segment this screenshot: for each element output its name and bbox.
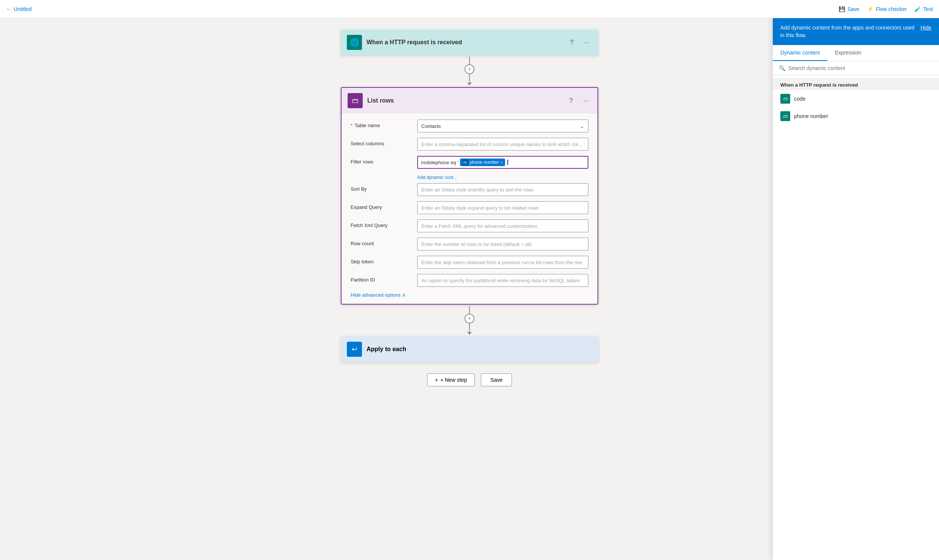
fetch-xml-input[interactable]: Enter a Fetch XML query for advanced cus… bbox=[417, 219, 588, 232]
http-step-header: 🌐 When a HTTP request is received ? ··· bbox=[341, 30, 598, 55]
panel-item-code-icon: 🗃 bbox=[780, 94, 790, 104]
code-item-icon: 🗃 bbox=[783, 96, 788, 101]
row-count-input[interactable]: Enter the number of rows to be listed (d… bbox=[417, 238, 588, 250]
page-title: Untitled bbox=[14, 6, 31, 12]
sort-by-label: Sort By bbox=[351, 183, 411, 192]
connector-line-2 bbox=[469, 306, 470, 314]
add-dynamic-content-link[interactable]: Add dynamic cont... bbox=[417, 175, 457, 180]
chevron-up-icon: ∧ bbox=[402, 292, 406, 298]
search-icon: 🔍 bbox=[779, 65, 785, 71]
http-step-title: When a HTTP request is received bbox=[367, 39, 562, 46]
apply-to-each-step: ↩ Apply to each bbox=[341, 336, 598, 362]
test-button[interactable]: 🧪 Test bbox=[914, 6, 933, 12]
checker-icon: ⚡ bbox=[867, 6, 873, 12]
panel-search-bar: 🔍 bbox=[773, 61, 939, 75]
expand-query-label: Expand Query bbox=[351, 201, 411, 210]
filter-prefix-text: mobilephone eq ' bbox=[421, 160, 459, 165]
globe-icon: 🌐 bbox=[350, 38, 359, 47]
text-cursor bbox=[507, 160, 508, 165]
apply-step-icon: ↩ bbox=[347, 342, 362, 357]
save-button[interactable]: 💾 Save bbox=[839, 6, 859, 12]
expand-query-input[interactable]: Enter an Odata style expand query to lis… bbox=[417, 201, 588, 214]
table-name-row: * Table name Contacts ⌄ bbox=[351, 120, 588, 132]
required-star: * bbox=[351, 123, 353, 128]
panel-hide-button[interactable]: Hide bbox=[920, 24, 931, 32]
connector-arrow-2 bbox=[467, 332, 472, 335]
new-step-button[interactable]: + + New step bbox=[427, 373, 475, 386]
back-arrow-icon: ← bbox=[6, 6, 11, 12]
http-step-icon: 🌐 bbox=[347, 35, 362, 50]
phone-item-icon: 🗃 bbox=[783, 114, 788, 119]
sort-by-placeholder: Enter an Odata style orderBy query to so… bbox=[421, 187, 533, 193]
expand-query-row: Expand Query Enter an Odata style expand… bbox=[351, 201, 588, 214]
connector-2: + bbox=[465, 306, 474, 335]
list-rows-more-button[interactable]: ··· bbox=[581, 95, 591, 106]
list-rows-title: List rows bbox=[367, 97, 561, 104]
table-name-value: Contacts bbox=[421, 123, 441, 129]
tab-expression[interactable]: Expression bbox=[827, 45, 869, 61]
select-columns-row: Select columns Enter a comma-separated l… bbox=[351, 138, 588, 151]
partition-id-row: Partition ID An option to specify the pa… bbox=[351, 274, 588, 287]
connector-1: + bbox=[465, 57, 474, 86]
table-name-select[interactable]: Contacts ⌄ bbox=[417, 120, 588, 132]
database-icon: 🗃 bbox=[352, 97, 359, 105]
filter-row-content: mobilephone eq ' 🗃 phone number × bbox=[421, 159, 508, 166]
chip-icon: 🗃 bbox=[462, 159, 468, 165]
sort-by-input[interactable]: Enter an Odata style orderBy query to so… bbox=[417, 183, 588, 196]
fetch-xml-row: Fetch Xml Query Enter a Fetch XML query … bbox=[351, 219, 588, 232]
sort-by-row: Sort By Enter an Odata style orderBy que… bbox=[351, 183, 588, 196]
partition-id-input[interactable]: An option to specify the partitionId whi… bbox=[417, 274, 588, 287]
list-rows-body: * Table name Contacts ⌄ Select columns E… bbox=[342, 114, 597, 304]
add-step-button-2[interactable]: + bbox=[465, 314, 474, 324]
flow-checker-button[interactable]: ⚡ Flow checker bbox=[867, 6, 907, 12]
partition-id-placeholder: An option to specify the partitionId whi… bbox=[421, 278, 580, 283]
panel-section-header: When a HTTP request is received bbox=[773, 78, 939, 90]
filter-rows-label: Filter rows bbox=[351, 156, 411, 165]
back-button[interactable]: ← Untitled bbox=[6, 6, 31, 12]
dynamic-content-panel: Add dynamic content from the apps and co… bbox=[772, 18, 939, 560]
http-more-button[interactable]: ··· bbox=[582, 37, 592, 48]
topbar: ← Untitled 💾 Save ⚡ Flow checker 🧪 Test bbox=[0, 0, 939, 18]
panel-item-phone-label: phone number bbox=[794, 113, 828, 119]
row-count-label: Row count bbox=[351, 238, 411, 246]
search-dynamic-input[interactable] bbox=[788, 65, 933, 71]
tab-dynamic-content[interactable]: Dynamic content bbox=[773, 45, 827, 61]
save-bottom-button[interactable]: Save bbox=[481, 373, 512, 386]
row-count-row: Row count Enter the number of rows to be… bbox=[351, 238, 588, 250]
list-rows-icon: 🗃 bbox=[348, 93, 363, 108]
chip-label: phone number bbox=[470, 160, 499, 165]
filter-rows-input[interactable]: mobilephone eq ' 🗃 phone number × bbox=[417, 156, 588, 169]
panel-item-code[interactable]: 🗃 code bbox=[773, 90, 939, 107]
connector-line-1b bbox=[469, 74, 470, 82]
plus-icon: + bbox=[435, 377, 438, 383]
panel-header-text: Add dynamic content from the apps and co… bbox=[780, 24, 916, 39]
phone-number-token[interactable]: 🗃 phone number × bbox=[460, 159, 505, 166]
panel-tabs: Dynamic content Expression bbox=[773, 45, 939, 61]
table-name-label: * Table name bbox=[351, 120, 411, 128]
apply-step-header: ↩ Apply to each bbox=[341, 336, 598, 362]
add-step-button-1[interactable]: + bbox=[465, 64, 474, 74]
apply-step-title: Apply to each bbox=[367, 346, 592, 353]
connector-line-1 bbox=[469, 57, 470, 64]
topbar-actions: 💾 Save ⚡ Flow checker 🧪 Test bbox=[839, 6, 933, 12]
panel-http-section: When a HTTP request is received 🗃 code 🗃… bbox=[773, 75, 939, 128]
hide-advanced-button[interactable]: Hide advanced options ∧ bbox=[351, 292, 588, 298]
panel-content: When a HTTP request is received 🗃 code 🗃… bbox=[773, 75, 939, 560]
chip-close-button[interactable]: × bbox=[501, 160, 503, 165]
skip-token-placeholder: Enter the skip token obtained from a pre… bbox=[421, 260, 582, 265]
list-rows-step: 🗃 List rows ? ··· * Table name Contacts … bbox=[341, 87, 598, 305]
http-help-button[interactable]: ? bbox=[566, 37, 577, 48]
hide-advanced-label: Hide advanced options bbox=[351, 292, 401, 298]
http-step-actions: ? ··· bbox=[566, 37, 592, 48]
chevron-down-icon: ⌄ bbox=[580, 123, 584, 129]
list-rows-help-button[interactable]: ? bbox=[566, 95, 576, 106]
panel-item-phone-number[interactable]: 🗃 phone number bbox=[773, 107, 939, 125]
list-rows-actions: ? ··· bbox=[566, 95, 591, 106]
fetch-xml-label: Fetch Xml Query bbox=[351, 219, 411, 228]
skip-token-input[interactable]: Enter the skip token obtained from a pre… bbox=[417, 256, 588, 269]
chip-db-icon: 🗃 bbox=[463, 160, 467, 164]
select-columns-label: Select columns bbox=[351, 138, 411, 146]
panel-item-phone-icon: 🗃 bbox=[780, 111, 790, 121]
select-columns-input[interactable]: Enter a comma-separated list of column u… bbox=[417, 138, 588, 151]
apply-icon: ↩ bbox=[352, 345, 357, 353]
